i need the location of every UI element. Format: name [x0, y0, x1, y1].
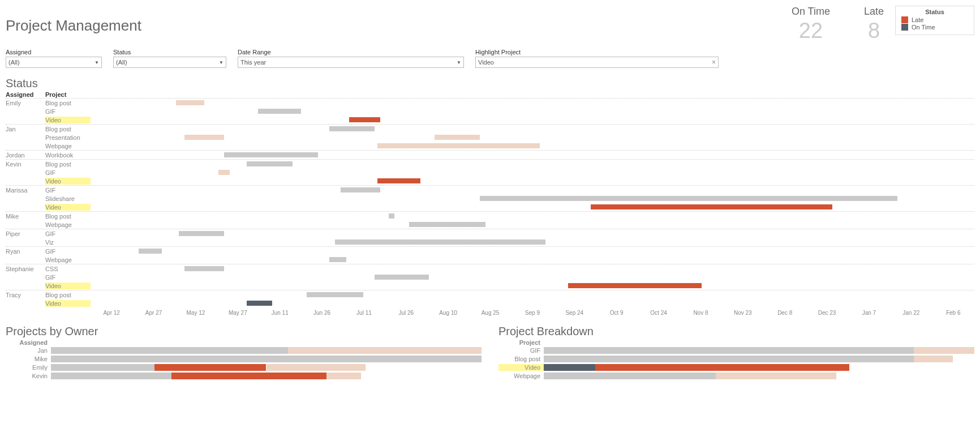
gantt-row[interactable]: Slideshare — [6, 194, 974, 203]
bar-row[interactable]: Kevin — [6, 371, 482, 380]
gantt-bar[interactable] — [224, 152, 318, 157]
filter-highlight-input[interactable]: Video × — [475, 57, 719, 68]
gantt-project-cell: Viz — [45, 239, 91, 246]
gantt-bar[interactable] — [341, 187, 380, 192]
gantt-bar[interactable] — [591, 204, 832, 209]
bar-segment[interactable] — [51, 347, 288, 354]
axis-tick: Dec 8 — [764, 310, 806, 316]
gantt-project-cell: CSS — [45, 266, 91, 272]
gantt-row[interactable]: Video — [6, 203, 974, 211]
gantt-bar[interactable] — [184, 266, 224, 271]
gantt-bar[interactable] — [409, 222, 486, 227]
bar-segment[interactable] — [914, 356, 952, 362]
bar-segment[interactable] — [544, 364, 595, 371]
gantt-header-assigned: Assigned — [6, 91, 45, 98]
gantt-bar[interactable] — [329, 257, 346, 262]
gantt-bar[interactable] — [435, 135, 480, 140]
gantt-row[interactable]: MikeBlog post — [6, 212, 974, 220]
bar-row[interactable]: Video — [498, 363, 974, 371]
filter-assigned-select[interactable]: (All) ▼ — [6, 57, 102, 68]
gantt-row[interactable]: PiperGIF — [6, 229, 974, 238]
gantt-bar[interactable] — [349, 117, 380, 122]
gantt-lane — [91, 177, 974, 185]
swatch-late-icon — [901, 16, 908, 23]
gantt-bar[interactable] — [247, 301, 272, 306]
bar-segment[interactable] — [595, 364, 849, 371]
gantt-row[interactable]: GIF — [6, 273, 974, 281]
gantt-row[interactable]: Video — [6, 281, 974, 290]
bar-segment[interactable] — [154, 364, 267, 371]
gantt-row[interactable]: EmilyBlog post — [6, 99, 974, 107]
bar-segment[interactable] — [51, 373, 171, 379]
gantt-bar[interactable] — [247, 161, 292, 166]
clear-icon[interactable]: × — [712, 58, 716, 66]
gantt-row[interactable]: JanBlog post — [6, 125, 974, 133]
bar-row[interactable]: GIF — [498, 346, 974, 354]
gantt-row[interactable]: Video — [6, 115, 974, 124]
bar-segment[interactable] — [544, 356, 914, 362]
gantt-bar[interactable] — [307, 292, 363, 297]
legend-late[interactable]: Late — [901, 16, 968, 23]
gantt-bar[interactable] — [176, 100, 204, 105]
axis-tick: Apr 12 — [91, 310, 132, 316]
gantt-bar[interactable] — [389, 213, 394, 219]
bar-lane — [544, 356, 974, 362]
gantt-row[interactable]: GIF — [6, 107, 974, 115]
gantt-row[interactable]: GIF — [6, 168, 974, 177]
gantt-row[interactable]: MarissaGIF — [6, 186, 974, 194]
gantt-bar[interactable] — [377, 178, 420, 183]
axis-tick: Aug 25 — [469, 310, 511, 316]
bar-segment[interactable] — [267, 364, 366, 371]
filter-assigned-label: Assigned — [6, 49, 102, 55]
bar-row-label: Mike — [6, 356, 51, 362]
gantt-bar[interactable] — [568, 283, 702, 288]
gantt-bar[interactable] — [480, 196, 897, 201]
gantt-row[interactable]: KevinBlog post — [6, 160, 974, 168]
gantt-row[interactable]: Video — [6, 177, 974, 185]
gantt-row[interactable]: Viz — [6, 238, 974, 246]
gantt-row[interactable]: StephanieCSS — [6, 264, 974, 273]
bar-segment[interactable] — [326, 373, 361, 379]
gantt-assigned-cell: Piper — [6, 230, 45, 237]
gantt-lane — [91, 203, 974, 211]
gantt-bar[interactable] — [329, 126, 375, 131]
axis-tick: Apr 27 — [132, 310, 174, 316]
gantt-project-cell: Blog post — [45, 126, 91, 132]
gantt-bar[interactable] — [179, 231, 224, 236]
gantt-bar[interactable] — [377, 143, 539, 148]
gantt-bar[interactable] — [258, 109, 300, 114]
filter-status-select[interactable]: (All) ▼ — [113, 57, 226, 68]
bar-row[interactable]: Mike — [6, 354, 482, 363]
gantt-project-cell: Webpage — [45, 143, 91, 149]
legend-ontime[interactable]: On Time — [901, 24, 968, 31]
gantt-row[interactable]: Webpage — [6, 220, 974, 229]
gantt-bar[interactable] — [184, 135, 224, 140]
status-legend: Status Late On Time — [895, 6, 974, 35]
kpi-late: Late 8 — [864, 6, 884, 43]
bar-segment[interactable] — [716, 373, 836, 379]
gantt-row[interactable]: TracyBlog post — [6, 290, 974, 299]
gantt-bar[interactable] — [139, 249, 161, 254]
bar-segment[interactable] — [51, 364, 154, 371]
gantt-row[interactable]: RyanGIF — [6, 247, 974, 255]
bar-segment[interactable] — [288, 347, 482, 354]
gantt-bar[interactable] — [375, 275, 428, 280]
bar-row[interactable]: Emily — [6, 363, 482, 371]
gantt-bar[interactable] — [335, 239, 545, 245]
filter-daterange-select[interactable]: This year ▼ — [238, 57, 464, 68]
bar-segment[interactable] — [171, 373, 326, 379]
gantt-bar[interactable] — [218, 170, 230, 175]
gantt-row[interactable]: Webpage — [6, 255, 974, 264]
bar-segment[interactable] — [914, 347, 974, 354]
bar-row[interactable]: Blog post — [498, 354, 974, 363]
bar-segment[interactable] — [544, 373, 716, 379]
gantt-row[interactable]: Video — [6, 299, 974, 307]
bar-segment[interactable] — [51, 356, 482, 362]
bar-row[interactable]: Webpage — [498, 371, 974, 380]
gantt-row[interactable]: JordanWorkbook — [6, 151, 974, 159]
gantt-row[interactable]: Presentation — [6, 133, 974, 142]
bar-segment[interactable] — [544, 347, 914, 354]
gantt-project-cell: Video — [45, 178, 91, 185]
bar-row[interactable]: Jan — [6, 346, 482, 354]
gantt-row[interactable]: Webpage — [6, 142, 974, 150]
